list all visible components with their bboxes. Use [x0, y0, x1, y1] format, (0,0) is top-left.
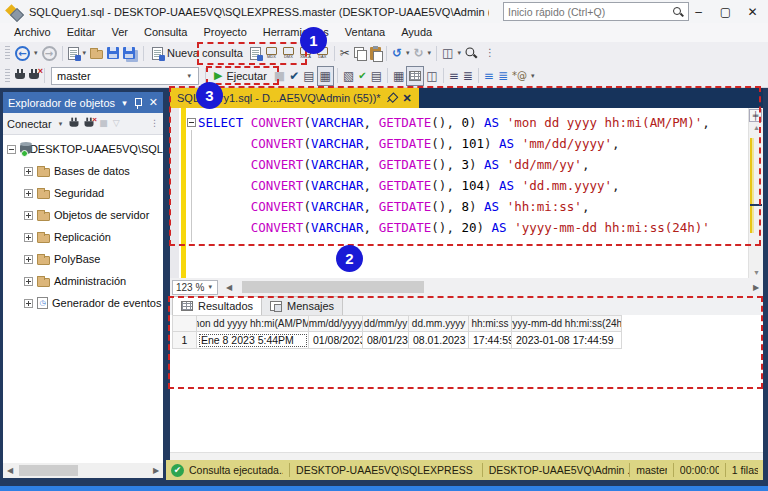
connect-icon[interactable]	[13, 66, 27, 86]
minimize-button[interactable]: –	[685, 0, 712, 23]
scroll-down-icon[interactable]: ▼	[749, 269, 764, 276]
filter-icon[interactable]: ▽	[113, 119, 120, 128]
results-scrollbar-strip[interactable]	[170, 452, 763, 460]
results-to-grid-pressed-icon[interactable]	[406, 66, 424, 86]
query-options-icon[interactable]	[341, 66, 356, 86]
quick-launch-input[interactable]	[504, 6, 672, 18]
tab-resultados[interactable]: Resultados	[172, 296, 262, 315]
activity-monitor-icon[interactable]	[440, 43, 455, 63]
grid-column-header[interactable]: dd.mm.yyyy	[409, 315, 469, 332]
expander-plus-icon[interactable]	[24, 211, 33, 220]
new-dropdown-icon[interactable]	[81, 49, 89, 57]
comment-icon[interactable]	[447, 66, 461, 86]
expander-plus-icon[interactable]	[24, 189, 33, 198]
oe-connect-icon[interactable]	[70, 118, 79, 130]
menu-item-ver[interactable]: Ver	[103, 23, 136, 42]
database-combobox[interactable]: master	[51, 67, 199, 85]
indent-icon[interactable]	[496, 66, 510, 86]
parse-icon[interactable]	[287, 66, 301, 86]
oe-stop-icon[interactable]	[99, 119, 108, 128]
tree-node-administración[interactable]: Administración	[3, 270, 163, 292]
grid-cell[interactable]: 08/01/23	[363, 332, 409, 349]
results-to-grid-icon[interactable]	[391, 66, 406, 86]
database-engine-query-icon[interactable]	[248, 43, 263, 63]
code-area[interactable]: SELECT CONVERT(VARCHAR, GETDATE(), 0) AS…	[198, 112, 710, 238]
navigate-back-button[interactable]	[13, 43, 32, 63]
toolbar-grip-2[interactable]	[5, 69, 10, 83]
undo-icon[interactable]	[390, 43, 404, 63]
pin-icon[interactable]	[133, 97, 143, 109]
cut-icon[interactable]	[338, 43, 352, 63]
tab-pin-icon[interactable]	[384, 90, 400, 106]
results-to-text-icon[interactable]	[369, 66, 384, 86]
tree-node-generador-de-eventos[interactable]: ◷Generador de eventos	[3, 292, 163, 314]
estimated-plan-icon[interactable]	[301, 66, 316, 86]
menu-item-consulta[interactable]: Consulta	[136, 23, 195, 42]
mdx-query-icon[interactable]: MDX	[263, 43, 280, 63]
stop-icon[interactable]	[272, 66, 287, 86]
tree-node-bases-de-datos[interactable]: Bases de datos	[3, 160, 163, 182]
results-to-file-icon[interactable]	[424, 66, 439, 86]
expander-plus-icon[interactable]	[24, 233, 33, 242]
grid-column-header[interactable]: hh:mi:ss	[469, 315, 512, 332]
grid-row-number[interactable]: 1	[172, 332, 197, 349]
redo-icon[interactable]	[412, 43, 426, 63]
sql-editor[interactable]: SELECT CONVERT(VARCHAR, GETDATE(), 0) AS…	[170, 108, 763, 278]
outdent-icon[interactable]	[482, 66, 496, 86]
tab-mensajes[interactable]: Mensajes	[262, 296, 343, 315]
intellisense-icon[interactable]	[356, 66, 368, 86]
grid-cell[interactable]: 01/08/2023	[309, 332, 363, 349]
back-dropdown-icon[interactable]	[32, 49, 40, 57]
expander-plus-icon[interactable]	[24, 167, 33, 176]
grid-column-header[interactable]: mm/dd/yyyy	[309, 315, 363, 332]
tab-close-icon[interactable]: ✕	[403, 92, 412, 105]
panel-close-icon[interactable]: ✕	[149, 96, 158, 109]
live-query-stats-icon[interactable]	[317, 66, 334, 86]
grid-cell[interactable]: 08.01.2023	[409, 332, 469, 349]
expander-minus-icon[interactable]	[7, 145, 16, 154]
grid-column-header[interactable]: dd/mm/yy	[363, 315, 409, 332]
grid-data-row[interactable]: 1Ene 8 2023 5:44PM01/08/202308/01/2308.0…	[172, 332, 763, 349]
oe-overflow-icon[interactable]	[150, 119, 159, 128]
toolbar-overflow-icon[interactable]	[483, 43, 497, 63]
object-explorer-header[interactable]: Explorador de objetos ✕	[3, 92, 163, 113]
expander-plus-icon[interactable]	[24, 255, 33, 264]
results-grid[interactable]: mon dd yyyy hh:mi(AM/PM)mm/dd/yyyydd/mm/…	[172, 315, 763, 349]
copy-icon[interactable]	[352, 43, 368, 63]
grid-cell[interactable]: 17:44:59	[469, 332, 512, 349]
dmx-query-icon[interactable]: DMX	[280, 43, 297, 63]
menu-item-proyecto[interactable]: Proyecto	[195, 23, 254, 42]
panel-menu-icon[interactable]	[122, 98, 127, 108]
connect-caret-icon[interactable]	[57, 120, 65, 128]
expander-plus-icon[interactable]	[24, 299, 33, 308]
execute-button[interactable]: Ejecutar	[209, 66, 272, 86]
collapse-region-icon[interactable]	[187, 118, 196, 127]
find-icon[interactable]	[463, 43, 483, 63]
grid-cell[interactable]: Ene 8 2023 5:44PM	[197, 332, 309, 349]
splitter-handle-icon[interactable]: ╪	[749, 109, 762, 122]
paste-icon[interactable]	[368, 43, 383, 63]
new-project-button[interactable]	[66, 43, 81, 63]
menu-item-ventana[interactable]: Ventana	[337, 23, 393, 42]
uncomment-icon[interactable]	[461, 66, 475, 86]
tree-node-server[interactable]: DESKTOP-UAAE5VQ\SQL	[3, 138, 163, 160]
maximize-button[interactable]: ▢	[712, 0, 739, 23]
connect-menu-button[interactable]: Conectar	[7, 118, 52, 130]
sqlcmd-mode-icon[interactable]: *@	[510, 66, 529, 86]
toolbar2-overflow-icon[interactable]	[529, 72, 537, 80]
zoom-level-dropdown[interactable]: 123 %	[172, 280, 218, 295]
toolbar-grip[interactable]	[5, 46, 10, 60]
save-button[interactable]	[105, 43, 121, 63]
change-connection-icon[interactable]: ×	[27, 66, 41, 86]
tree-node-objetos-de-servidor[interactable]: Objetos de servidor	[3, 204, 163, 226]
grid-column-header[interactable]: mon dd yyyy hh:mi(AM/PM)	[197, 315, 309, 332]
new-query-button[interactable]: Nueva consulta	[147, 43, 248, 63]
tool-dropdown-icon[interactable]	[455, 49, 463, 57]
tree-node-polybase[interactable]: PolyBase	[3, 248, 163, 270]
grid-column-header[interactable]: yyyy-mm-dd hh:mi:ss(24h)	[512, 315, 622, 332]
grid-cell[interactable]: 2023-01-08 17:44:59	[512, 332, 622, 349]
tree-node-seguridad[interactable]: Seguridad	[3, 182, 163, 204]
editor-scroll-right-icon[interactable]: ▶	[749, 283, 763, 292]
open-file-button[interactable]	[88, 43, 105, 63]
redo-dropdown-icon[interactable]	[426, 49, 434, 57]
